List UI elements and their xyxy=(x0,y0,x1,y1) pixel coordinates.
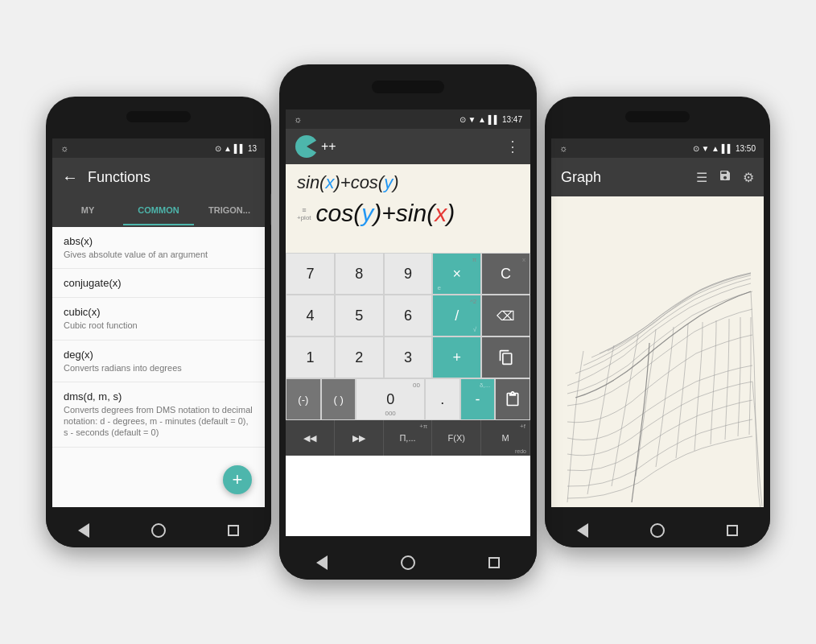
recent-nav-icon-right xyxy=(727,525,738,536)
back-nav-button-right[interactable] xyxy=(573,521,592,540)
status-center-left: ☼ xyxy=(294,114,302,124)
result-display: cos(y)+sin(x) xyxy=(316,200,455,227)
equals-lines: ≡ xyxy=(302,206,306,214)
key-2[interactable]: 2 xyxy=(335,336,384,378)
keypad-row-3: 1 2 3 + xyxy=(286,336,530,378)
key-9[interactable]: 9 xyxy=(384,253,433,295)
back-nav-icon-center xyxy=(316,555,328,570)
status-center-right: ⊙ ▼ ▲ ▌▌ 13:47 xyxy=(460,115,522,124)
app-logo: ++ xyxy=(295,135,336,158)
key-8[interactable]: 8 xyxy=(335,253,384,295)
func-name: conjugate(x) xyxy=(64,277,253,289)
overflow-menu-button[interactable]: ⋮ xyxy=(505,138,521,155)
status-bar-center: ☼ ⊙ ▼ ▲ ▌▌ 13:47 xyxy=(286,109,530,129)
list-item[interactable]: dms(d, m, s) Converts degrees from DMS n… xyxy=(52,382,265,448)
list-item[interactable]: conjugate(x) xyxy=(52,269,265,298)
graph-canvas: .wire { stroke: #999; stroke-width: 0.8;… xyxy=(551,196,764,507)
status-time-center: 13:47 xyxy=(502,115,522,124)
key-3[interactable]: 3 xyxy=(384,336,433,378)
home-nav-icon-right xyxy=(650,523,665,538)
graph-header: Graph ☰ ⚙ xyxy=(551,158,764,196)
phone-center: ☼ ⊙ ▼ ▲ ▌▌ 13:47 ++ ⋮ sin(x) xyxy=(279,64,537,580)
nav-bar-right xyxy=(545,514,770,547)
status-bar-left: ☼ ⊙ ▲ ▌▌ 13 xyxy=(52,138,265,158)
tab-my[interactable]: MY xyxy=(52,196,123,225)
function-list: abs(x) Gives absolute value of an argume… xyxy=(52,227,265,448)
screen-left: ☼ ⊙ ▲ ▌▌ 13 ← Functions MY COMMON xyxy=(52,138,265,507)
home-nav-icon xyxy=(151,523,166,538)
list-item[interactable]: abs(x) Gives absolute value of an argume… xyxy=(52,227,265,269)
home-nav-icon-center xyxy=(401,555,415,570)
keypad-bottom-row: ◀◀ ▶▶ +π Π,... F(X) +f M red xyxy=(286,420,530,456)
key-constants[interactable]: +π Π,... xyxy=(384,420,433,456)
list-item[interactable]: deg(x) Converts radians into degrees xyxy=(52,341,265,382)
settings-icon[interactable]: ⚙ xyxy=(743,170,754,185)
key-copy[interactable] xyxy=(481,336,530,378)
key-4[interactable]: 4 xyxy=(286,295,335,336)
graph-visualization: .wire { stroke: #999; stroke-width: 0.8;… xyxy=(551,196,764,507)
key-6[interactable]: 6 xyxy=(384,295,433,336)
screen-center: ☼ ⊙ ▼ ▲ ▌▌ 13:47 ++ ⋮ sin(x) xyxy=(286,109,530,536)
key-negate[interactable]: (-) xyxy=(286,378,321,420)
key-multiply[interactable]: π × e xyxy=(432,253,481,295)
key-memory[interactable]: +f M redo xyxy=(481,420,530,456)
key-1[interactable]: 1 xyxy=(286,336,335,378)
list-item[interactable]: cubic(x) Cubic root function xyxy=(52,298,265,340)
status-time-right: 13:50 xyxy=(736,144,756,153)
notch-left xyxy=(126,111,191,122)
result-row: ≡ +plot cos(y)+sin(x) xyxy=(297,200,519,227)
functions-title: Functions xyxy=(88,169,150,186)
func-desc: Converts radians into degrees xyxy=(64,362,253,374)
recent-nav-button-right[interactable] xyxy=(723,521,742,540)
plus-plot-label: +plot xyxy=(297,214,311,221)
key-7[interactable]: 7 xyxy=(286,253,335,295)
screen-right: ☼ ⊙ ▼ ▲ ▌▌ 13:50 Graph ☰ ⚙ xyxy=(551,138,764,507)
back-nav-icon xyxy=(78,523,89,538)
nav-bar-left xyxy=(46,514,271,547)
status-left-icon: ☼ xyxy=(60,143,68,153)
save-icon[interactable] xyxy=(719,169,732,185)
nav-bar-center xyxy=(279,546,537,580)
recent-nav-button[interactable] xyxy=(224,521,243,540)
key-rewind[interactable]: ◀◀ xyxy=(286,420,335,456)
notch-right xyxy=(625,111,690,122)
keypad-row-4: (-) ( ) 00 0 000 . δ,... - xyxy=(286,378,530,420)
home-nav-button-center[interactable] xyxy=(398,553,418,572)
graph-title: Graph xyxy=(561,169,601,186)
key-0[interactable]: 00 0 000 xyxy=(356,378,424,420)
key-paste[interactable] xyxy=(495,378,530,420)
calculator-header: ++ ⋮ xyxy=(286,129,530,164)
phone-left: ☼ ⊙ ▲ ▌▌ 13 ← Functions MY COMMON xyxy=(46,97,271,547)
tab-common[interactable]: COMMON xyxy=(123,196,194,225)
pacman-icon xyxy=(295,135,318,158)
key-functions[interactable]: F(X) xyxy=(432,420,481,456)
home-nav-button[interactable] xyxy=(149,521,168,540)
volume-button-left xyxy=(270,193,271,225)
func-desc: Cubic root function xyxy=(64,320,253,331)
recent-nav-button-center[interactable] xyxy=(484,553,504,572)
back-button[interactable]: ← xyxy=(62,168,78,187)
copy-icon xyxy=(498,349,514,365)
key-divide[interactable]: ^2 / √ xyxy=(432,295,481,336)
key-backspace[interactable]: ⌫ xyxy=(481,295,530,336)
key-subtract[interactable]: δ,... - xyxy=(460,378,496,420)
key-add[interactable]: + xyxy=(432,336,481,378)
graph-header-icons: ☰ ⚙ xyxy=(696,169,754,185)
phone-right: ☼ ⊙ ▼ ▲ ▌▌ 13:50 Graph ☰ ⚙ xyxy=(545,97,770,547)
back-nav-button[interactable] xyxy=(74,521,93,540)
add-function-button[interactable]: + xyxy=(223,465,252,494)
func-desc: Gives absolute value of an argument xyxy=(64,249,253,260)
calculator-display: sin(x)+cos(y) ≡ +plot cos(y)+sin(x) xyxy=(286,164,530,253)
app-logo-text: ++ xyxy=(321,139,336,154)
key-parens[interactable]: ( ) xyxy=(321,378,356,420)
key-clear[interactable]: x C xyxy=(481,253,530,295)
func-name: cubic(x) xyxy=(64,306,253,318)
key-5[interactable]: 5 xyxy=(335,295,384,336)
func-name: deg(x) xyxy=(64,349,253,361)
grid-icon[interactable]: ☰ xyxy=(696,170,707,185)
key-decimal[interactable]: . xyxy=(425,378,460,420)
key-forward[interactable]: ▶▶ xyxy=(335,420,384,456)
back-nav-button-center[interactable] xyxy=(312,553,332,572)
tab-trigon[interactable]: TRIGON... xyxy=(194,196,265,225)
home-nav-button-right[interactable] xyxy=(648,521,667,540)
